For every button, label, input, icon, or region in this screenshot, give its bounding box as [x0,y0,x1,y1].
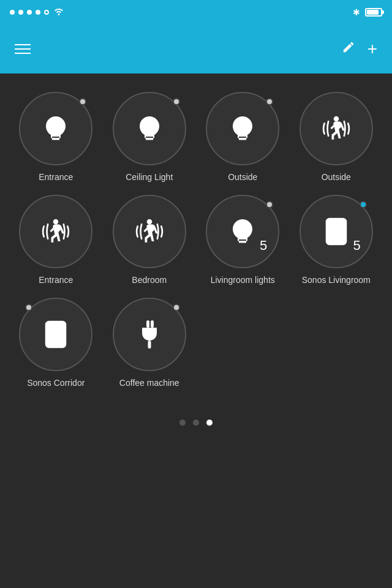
device-icon-speaker: ♫♬ [319,214,353,249]
device-label-entrance: Entrance [39,172,73,183]
device-circle-entrance [19,92,92,165]
svg-point-1 [53,219,59,225]
page-dot-0[interactable] [179,420,186,426]
signal-dot-5 [44,10,49,15]
status-bar: ✱ [0,0,392,24]
device-label-sonos-corridor: Sonos Corridor [27,377,85,388]
device-icon-motion [318,110,355,147]
device-label-sonos-livingroom: Sonos Livingroom [302,274,371,285]
page-dot-1[interactable] [193,420,199,426]
status-dot-outside-1 [266,98,273,105]
status-right: ✱ [353,7,382,17]
device-circle-entrance-motion [19,195,92,268]
device-item-livingroom-lights[interactable]: 5Livingroom lights [199,195,287,285]
device-circle-coffee-machine [113,298,186,371]
status-dot-entrance [79,98,86,105]
count-badge-sonos-livingroom: 5 [353,238,361,254]
status-dot-ceiling-light [173,98,180,105]
device-circle-bedroom-motion [113,195,186,268]
device-circle-livingroom-lights: 5 [206,195,279,268]
battery-icon [365,8,382,17]
device-circle-outside-motion [300,92,373,165]
count-badge-livingroom-lights: 5 [260,238,267,254]
device-item-sonos-livingroom[interactable]: ♫♬ 5Sonos Livingroom [293,195,380,285]
status-dot-livingroom-lights [266,201,273,208]
device-item-bedroom-motion[interactable]: Bedroom [106,195,194,285]
edit-button[interactable] [342,40,355,58]
signal-dot-1 [10,10,15,15]
device-label-coffee-machine: Coffee machine [119,377,179,388]
device-icon-motion [131,213,168,250]
svg-rect-13 [146,320,149,328]
wifi-icon [53,7,65,18]
app-header: + [0,24,392,74]
svg-point-2 [146,219,152,225]
svg-point-0 [333,116,339,122]
signal-dot-4 [36,10,40,15]
device-item-entrance-motion[interactable]: Entrance [12,195,100,285]
device-item-entrance[interactable]: Entrance [12,92,100,183]
device-circle-sonos-livingroom: ♫♬ 5 [300,195,373,268]
device-label-outside-motion: Outside [322,172,351,183]
signal-dot-3 [27,10,32,15]
status-dot-sonos-livingroom [360,201,367,208]
device-label-bedroom-motion: Bedroom [132,274,167,285]
menu-button[interactable] [15,44,31,54]
status-left [10,7,65,18]
signal-dot-2 [18,10,23,15]
device-label-livingroom-lights: Livingroom lights [211,274,275,285]
device-item-coffee-machine[interactable]: Coffee machine [106,298,194,388]
svg-rect-6 [331,224,341,227]
device-item-outside-1[interactable]: Outside [199,92,287,183]
device-circle-outside-1 [206,92,279,165]
device-item-outside-motion[interactable]: Outside [293,92,380,183]
device-icon-plug [132,317,167,352]
device-item-sonos-corridor[interactable]: ♫♬ Sonos Corridor [12,298,100,388]
add-button[interactable]: + [368,39,377,59]
device-icon-bulb [132,111,167,146]
svg-text:♫♬: ♫♬ [50,321,58,327]
device-icon-bulb [225,111,260,146]
svg-point-5 [334,235,338,239]
device-label-ceiling-light: Ceiling Light [126,172,173,183]
device-circle-ceiling-light [113,92,186,165]
bluetooth-icon: ✱ [353,7,360,17]
svg-rect-15 [148,341,151,349]
header-actions: + [342,39,377,59]
page-dot-2[interactable] [206,420,213,426]
status-dot-coffee-machine [173,304,180,311]
device-icon-motion [37,213,74,250]
svg-point-10 [54,338,58,342]
device-item-ceiling-light[interactable]: Ceiling Light [106,92,194,183]
device-icon-speaker: ♫♬ [39,317,73,352]
svg-rect-14 [151,320,154,328]
device-circle-sonos-corridor: ♫♬ [19,298,92,371]
device-label-outside-1: Outside [228,172,257,183]
devices-grid: Entrance Ceiling Light Outside Outside E… [0,74,392,401]
svg-text:♫♬: ♫♬ [330,218,339,224]
device-label-entrance-motion: Entrance [39,274,73,285]
pagination [0,420,392,426]
device-icon-bulb [39,111,73,146]
svg-rect-11 [51,326,61,330]
device-icon-bulb [225,214,260,249]
status-dot-sonos-corridor [25,304,32,311]
